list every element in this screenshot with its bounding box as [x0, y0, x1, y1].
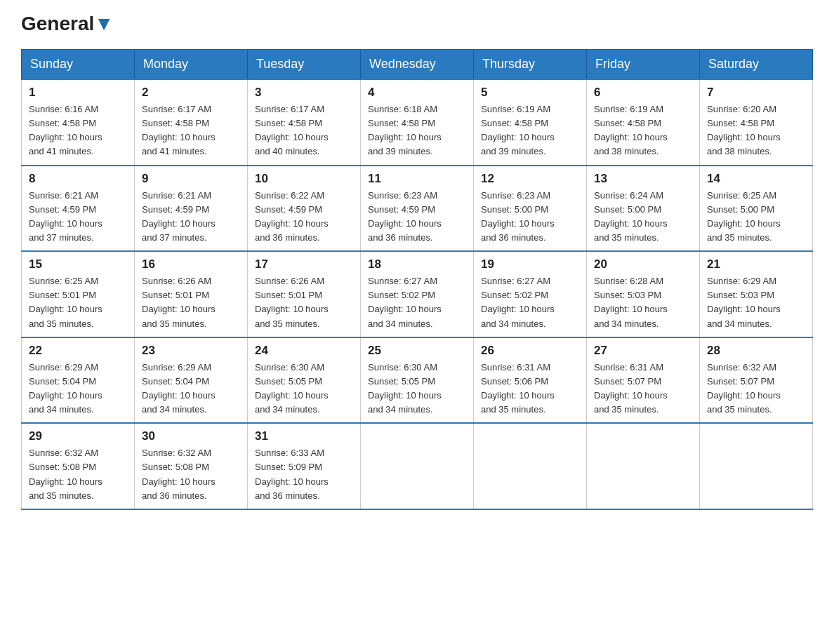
- calendar-header-thursday: Thursday: [474, 50, 587, 80]
- calendar-header-wednesday: Wednesday: [361, 50, 474, 80]
- calendar-week-3: 15Sunrise: 6:25 AMSunset: 5:01 PMDayligh…: [22, 251, 813, 337]
- calendar-cell: 4Sunrise: 6:18 AMSunset: 4:58 PMDaylight…: [361, 79, 474, 166]
- calendar-cell: 24Sunrise: 6:30 AMSunset: 5:05 PMDayligh…: [248, 337, 361, 424]
- day-info: Sunrise: 6:28 AMSunset: 5:03 PMDaylight:…: [594, 274, 692, 331]
- day-number: 22: [29, 344, 127, 358]
- day-info: Sunrise: 6:23 AMSunset: 4:59 PMDaylight:…: [368, 189, 466, 246]
- day-number: 21: [707, 257, 805, 271]
- calendar-header-tuesday: Tuesday: [248, 50, 361, 80]
- day-number: 26: [481, 344, 579, 358]
- calendar-header-monday: Monday: [135, 50, 248, 80]
- day-info: Sunrise: 6:33 AMSunset: 5:09 PMDaylight:…: [255, 446, 353, 503]
- day-info: Sunrise: 6:30 AMSunset: 5:05 PMDaylight:…: [368, 361, 466, 417]
- calendar-cell: 12Sunrise: 6:23 AMSunset: 5:00 PMDayligh…: [474, 166, 587, 252]
- calendar-cell: 17Sunrise: 6:26 AMSunset: 5:01 PMDayligh…: [248, 251, 361, 337]
- day-number: 30: [142, 429, 240, 443]
- calendar-cell: 7Sunrise: 6:20 AMSunset: 4:58 PMDaylight…: [700, 79, 813, 166]
- calendar-cell: 15Sunrise: 6:25 AMSunset: 5:01 PMDayligh…: [22, 251, 135, 337]
- day-number: 7: [707, 86, 805, 100]
- calendar-cell: [474, 423, 587, 509]
- day-number: 8: [29, 172, 127, 186]
- day-info: Sunrise: 6:32 AMSunset: 5:08 PMDaylight:…: [29, 446, 127, 503]
- calendar-header-row: SundayMondayTuesdayWednesdayThursdayFrid…: [22, 50, 813, 80]
- day-info: Sunrise: 6:24 AMSunset: 5:00 PMDaylight:…: [594, 189, 692, 246]
- calendar-cell: 8Sunrise: 6:21 AMSunset: 4:59 PMDaylight…: [22, 166, 135, 252]
- day-info: Sunrise: 6:30 AMSunset: 5:05 PMDaylight:…: [255, 361, 353, 417]
- calendar-cell: 18Sunrise: 6:27 AMSunset: 5:02 PMDayligh…: [361, 251, 474, 337]
- day-number: 4: [368, 86, 466, 100]
- day-number: 9: [142, 172, 240, 186]
- day-info: Sunrise: 6:32 AMSunset: 5:08 PMDaylight:…: [142, 446, 240, 503]
- calendar-cell: 11Sunrise: 6:23 AMSunset: 4:59 PMDayligh…: [361, 166, 474, 252]
- calendar-cell: [361, 423, 474, 509]
- day-number: 16: [142, 257, 240, 271]
- calendar-cell: [587, 423, 700, 509]
- day-info: Sunrise: 6:20 AMSunset: 4:58 PMDaylight:…: [707, 102, 805, 159]
- day-number: 28: [707, 344, 805, 358]
- calendar-cell: 26Sunrise: 6:31 AMSunset: 5:06 PMDayligh…: [474, 337, 587, 424]
- calendar-cell: 9Sunrise: 6:21 AMSunset: 4:59 PMDaylight…: [135, 166, 248, 252]
- calendar-cell: 20Sunrise: 6:28 AMSunset: 5:03 PMDayligh…: [587, 251, 700, 337]
- day-number: 5: [481, 86, 579, 100]
- calendar-cell: 1Sunrise: 6:16 AMSunset: 4:58 PMDaylight…: [22, 79, 135, 166]
- day-info: Sunrise: 6:19 AMSunset: 4:58 PMDaylight:…: [481, 102, 579, 159]
- day-number: 20: [594, 257, 692, 271]
- day-number: 25: [368, 344, 466, 358]
- logo-triangle-icon: ▼: [94, 13, 114, 34]
- calendar-header-friday: Friday: [587, 50, 700, 80]
- day-number: 24: [255, 344, 353, 358]
- calendar-cell: 31Sunrise: 6:33 AMSunset: 5:09 PMDayligh…: [248, 423, 361, 509]
- day-info: Sunrise: 6:22 AMSunset: 4:59 PMDaylight:…: [255, 189, 353, 246]
- day-number: 19: [481, 257, 579, 271]
- day-number: 6: [594, 86, 692, 100]
- day-number: 13: [594, 172, 692, 186]
- day-info: Sunrise: 6:16 AMSunset: 4:58 PMDaylight:…: [29, 102, 127, 159]
- day-info: Sunrise: 6:29 AMSunset: 5:04 PMDaylight:…: [142, 361, 240, 417]
- day-number: 14: [707, 172, 805, 186]
- day-number: 18: [368, 257, 466, 271]
- day-number: 12: [481, 172, 579, 186]
- calendar-cell: 6Sunrise: 6:19 AMSunset: 4:58 PMDaylight…: [587, 79, 700, 166]
- calendar-week-1: 1Sunrise: 6:16 AMSunset: 4:58 PMDaylight…: [22, 79, 813, 166]
- calendar-cell: 14Sunrise: 6:25 AMSunset: 5:00 PMDayligh…: [700, 166, 813, 252]
- day-info: Sunrise: 6:26 AMSunset: 5:01 PMDaylight:…: [255, 274, 353, 331]
- day-info: Sunrise: 6:31 AMSunset: 5:07 PMDaylight:…: [594, 361, 692, 417]
- day-number: 11: [368, 172, 466, 186]
- calendar-cell: 5Sunrise: 6:19 AMSunset: 4:58 PMDaylight…: [474, 79, 587, 166]
- logo-general: General▼: [21, 14, 114, 34]
- day-number: 17: [255, 257, 353, 271]
- day-info: Sunrise: 6:25 AMSunset: 5:00 PMDaylight:…: [707, 189, 805, 246]
- day-info: Sunrise: 6:18 AMSunset: 4:58 PMDaylight:…: [368, 102, 466, 159]
- day-info: Sunrise: 6:32 AMSunset: 5:07 PMDaylight:…: [707, 361, 805, 417]
- calendar-cell: [700, 423, 813, 509]
- day-info: Sunrise: 6:21 AMSunset: 4:59 PMDaylight:…: [29, 189, 127, 246]
- calendar-cell: 13Sunrise: 6:24 AMSunset: 5:00 PMDayligh…: [587, 166, 700, 252]
- day-info: Sunrise: 6:23 AMSunset: 5:00 PMDaylight:…: [481, 189, 579, 246]
- day-info: Sunrise: 6:27 AMSunset: 5:02 PMDaylight:…: [481, 274, 579, 331]
- logo: General▼: [21, 14, 114, 35]
- calendar-cell: 2Sunrise: 6:17 AMSunset: 4:58 PMDaylight…: [135, 79, 248, 166]
- day-number: 2: [142, 86, 240, 100]
- calendar-cell: 28Sunrise: 6:32 AMSunset: 5:07 PMDayligh…: [700, 337, 813, 424]
- calendar-week-2: 8Sunrise: 6:21 AMSunset: 4:59 PMDaylight…: [22, 166, 813, 252]
- calendar-cell: 29Sunrise: 6:32 AMSunset: 5:08 PMDayligh…: [22, 423, 135, 509]
- calendar-cell: 22Sunrise: 6:29 AMSunset: 5:04 PMDayligh…: [22, 337, 135, 424]
- calendar-cell: 3Sunrise: 6:17 AMSunset: 4:58 PMDaylight…: [248, 79, 361, 166]
- day-info: Sunrise: 6:21 AMSunset: 4:59 PMDaylight:…: [142, 189, 240, 246]
- day-info: Sunrise: 6:27 AMSunset: 5:02 PMDaylight:…: [368, 274, 466, 331]
- day-info: Sunrise: 6:26 AMSunset: 5:01 PMDaylight:…: [142, 274, 240, 331]
- day-info: Sunrise: 6:31 AMSunset: 5:06 PMDaylight:…: [481, 361, 579, 417]
- page-header: General▼: [21, 14, 813, 35]
- calendar-cell: 25Sunrise: 6:30 AMSunset: 5:05 PMDayligh…: [361, 337, 474, 424]
- calendar-cell: 19Sunrise: 6:27 AMSunset: 5:02 PMDayligh…: [474, 251, 587, 337]
- calendar-cell: 30Sunrise: 6:32 AMSunset: 5:08 PMDayligh…: [135, 423, 248, 509]
- day-info: Sunrise: 6:17 AMSunset: 4:58 PMDaylight:…: [142, 102, 240, 159]
- calendar-cell: 10Sunrise: 6:22 AMSunset: 4:59 PMDayligh…: [248, 166, 361, 252]
- calendar-cell: 27Sunrise: 6:31 AMSunset: 5:07 PMDayligh…: [587, 337, 700, 424]
- day-info: Sunrise: 6:29 AMSunset: 5:04 PMDaylight:…: [29, 361, 127, 417]
- day-info: Sunrise: 6:25 AMSunset: 5:01 PMDaylight:…: [29, 274, 127, 331]
- day-number: 3: [255, 86, 353, 100]
- calendar-cell: 16Sunrise: 6:26 AMSunset: 5:01 PMDayligh…: [135, 251, 248, 337]
- day-number: 29: [29, 429, 127, 443]
- day-number: 31: [255, 429, 353, 443]
